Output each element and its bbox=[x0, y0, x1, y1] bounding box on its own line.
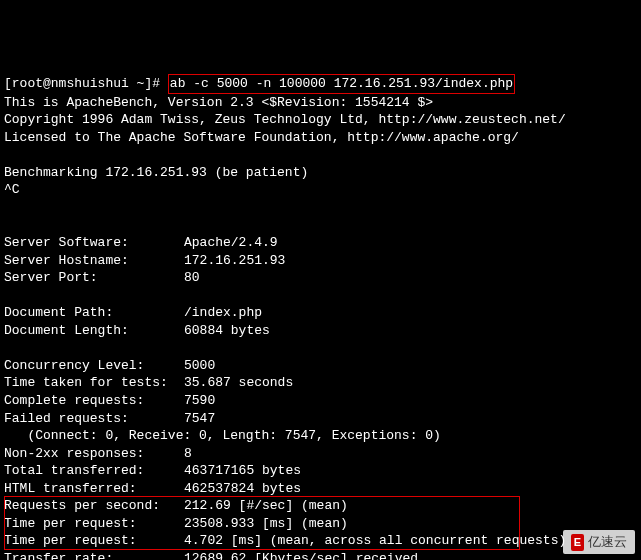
rps-value: 212.69 [#/sec] (mean) bbox=[184, 498, 348, 513]
server-software-label: Server Software: bbox=[4, 234, 184, 252]
benchmark-line: Benchmarking 172.16.251.93 (be patient) bbox=[4, 164, 637, 182]
tpr1-label: Time per request: bbox=[4, 515, 184, 533]
document-path-value: /index.php bbox=[184, 305, 262, 320]
transfer-rate-value: 12689.62 [Kbytes/sec] received bbox=[184, 551, 418, 560]
html-transferred-label: HTML transferred: bbox=[4, 480, 184, 498]
non2xx-label: Non-2xx responses: bbox=[4, 445, 184, 463]
server-port-label: Server Port: bbox=[4, 269, 184, 287]
rps-label: Requests per second: bbox=[4, 497, 184, 515]
watermark-text: 亿速云 bbox=[588, 533, 627, 551]
document-length-label: Document Length: bbox=[4, 322, 184, 340]
watermark-logo: E bbox=[571, 534, 584, 551]
server-software-value: Apache/2.4.9 bbox=[184, 235, 278, 250]
time-taken-value: 35.687 seconds bbox=[184, 375, 293, 390]
failed-detail: (Connect: 0, Receive: 0, Length: 7547, E… bbox=[4, 427, 637, 445]
failed-requests-value: 7547 bbox=[184, 411, 215, 426]
header-line-3: Licensed to The Apache Software Foundati… bbox=[4, 129, 637, 147]
command-box: ab -c 5000 -n 100000 172.16.251.93/index… bbox=[168, 74, 515, 94]
non2xx-value: 8 bbox=[184, 446, 192, 461]
ctrl-c: ^C bbox=[4, 181, 637, 199]
tpr1-value: 23508.933 [ms] (mean) bbox=[184, 516, 348, 531]
document-length-value: 60884 bytes bbox=[184, 323, 270, 338]
stats-block: Requests per second:212.69 [#/sec] (mean… bbox=[4, 497, 566, 550]
transfer-rate-label: Transfer rate: bbox=[4, 550, 184, 560]
server-port-value: 80 bbox=[184, 270, 200, 285]
complete-requests-label: Complete requests: bbox=[4, 392, 184, 410]
concurrency-level-value: 5000 bbox=[184, 358, 215, 373]
shell-prompt: [root@nmshuishui ~]# bbox=[4, 76, 168, 91]
tpr2-value: 4.702 [ms] (mean, across all concurrent … bbox=[184, 533, 566, 548]
server-hostname-value: 172.16.251.93 bbox=[184, 253, 285, 268]
header-line-2: Copyright 1996 Adam Twiss, Zeus Technolo… bbox=[4, 111, 637, 129]
total-transferred-label: Total transferred: bbox=[4, 462, 184, 480]
server-hostname-label: Server Hostname: bbox=[4, 252, 184, 270]
failed-requests-label: Failed requests: bbox=[4, 410, 184, 428]
watermark: E 亿速云 bbox=[563, 530, 635, 554]
complete-requests-value: 7590 bbox=[184, 393, 215, 408]
command-text[interactable]: ab -c 5000 -n 100000 172.16.251.93/index… bbox=[170, 76, 513, 91]
concurrency-level-label: Concurrency Level: bbox=[4, 357, 184, 375]
total-transferred-value: 463717165 bytes bbox=[184, 463, 301, 478]
header-line-1: This is ApacheBench, Version 2.3 <$Revis… bbox=[4, 94, 637, 112]
html-transferred-value: 462537824 bytes bbox=[184, 481, 301, 496]
time-taken-label: Time taken for tests: bbox=[4, 374, 184, 392]
document-path-label: Document Path: bbox=[4, 304, 184, 322]
tpr2-label: Time per request: bbox=[4, 532, 184, 550]
